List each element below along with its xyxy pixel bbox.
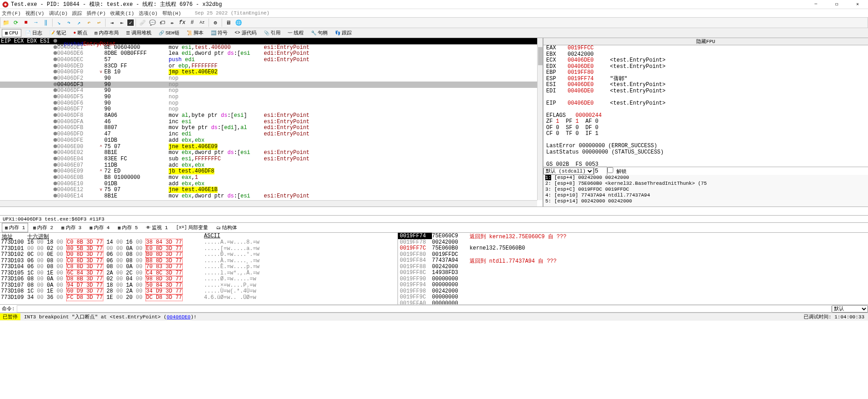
hash-icon[interactable]: # — [188, 18, 197, 27]
args-spin[interactable] — [594, 167, 607, 175]
registers-body[interactable]: EAX 0019FFCC EBX 00242000 ECX 00406DE0 <… — [543, 45, 868, 167]
comment-icon[interactable]: 💬 — [148, 18, 157, 27]
disasm-row[interactable]: 00406DF0vEB 10jmp test.406E02 — [0, 69, 543, 75]
dump-row[interactable]: 773D1081C 00 1E 00 60 D9 3D 77 28 00 2A … — [0, 288, 398, 294]
tab-cpu[interactable]: ▦CPU — [2, 29, 21, 37]
disasm-vscroll[interactable] — [537, 38, 543, 200]
disasm-row[interactable]: 00406DF290nop — [0, 75, 543, 82]
call-convention-select[interactable]: 默认 (stdcall) — [543, 168, 594, 175]
disasm-row[interactable]: 00406DEC57push ediedi:EntryPoint — [0, 57, 543, 63]
step-out-icon[interactable]: ↗ — [74, 18, 83, 27]
disasm-row[interactable]: 00406E00^75 07jne test.406E09 — [0, 144, 543, 150]
stack-row[interactable]: 0019FF800019FFDC — [398, 251, 466, 258]
tab-source[interactable]: <>源代码 — [232, 28, 260, 38]
stack-row[interactable]: 0019FF8800242000 — [398, 264, 466, 270]
cmd-input[interactable] — [17, 305, 832, 312]
tab-breakpoints[interactable]: ●断点 — [70, 28, 91, 38]
disasm-row[interactable]: 00406DF88A06mov al,byte ptr ds:[esi]esi:… — [0, 112, 543, 119]
disasm-row[interactable]: 00406E0483EE FCsub esi,FFFFFFFCesi:Entry… — [0, 156, 543, 162]
disasm-row[interactable]: 00406DFB8807mov byte ptr ds:[edi],aledi:… — [0, 125, 543, 131]
checkbox-icon[interactable]: ✓ — [127, 19, 134, 26]
stack-row[interactable]: 0019FF8477437A94 — [398, 257, 466, 264]
maximize-button[interactable]: ◻ — [826, 0, 847, 9]
tab-refs[interactable]: 📎引用 — [261, 28, 284, 38]
tab-trace[interactable]: 👣跟踪 — [332, 28, 355, 38]
dump-row[interactable]: 773D10306 00 08 00 C0 8D 3D 77 06 00 08 … — [0, 258, 398, 264]
disasm-row[interactable]: 00406E028B1Emov ebx,dword ptr ds:[esiesi… — [0, 149, 543, 156]
tab-seh[interactable]: 🔗SEH链 — [155, 28, 183, 38]
stack-row[interactable]: 0019FF9C00000000 — [398, 294, 466, 300]
disasm-row[interactable]: 00406DFE01DBadd ebx,ebx — [0, 137, 543, 144]
globe-icon[interactable]: 🌐 — [234, 18, 243, 27]
tab-callstack[interactable]: ☰调用堆栈 — [123, 28, 155, 38]
tab-struct[interactable]: 🗂结构体 — [213, 223, 240, 232]
disasm-row[interactable]: 00406DF690nop — [0, 100, 543, 106]
menu-favorites[interactable]: 收藏夹(I) — [110, 10, 134, 17]
disasm-row[interactable]: 00406DF590nop — [0, 94, 543, 100]
dump-row[interactable]: 773D10016 00 18 00 C0 8B 3D 77 14 00 16 … — [0, 239, 398, 245]
tab-memmap[interactable]: ▤内存布局 — [92, 28, 122, 38]
disasm-hscroll[interactable] — [0, 200, 537, 207]
step-ret-icon[interactable]: ↩ — [94, 18, 103, 27]
pause-icon[interactable]: ‖ — [41, 18, 50, 27]
disasm-row[interactable]: 00406DFD47inc ediedi:EntryPoint — [0, 131, 543, 137]
step-over-icon[interactable]: ↷ — [64, 18, 73, 27]
dump-hdr-ascii[interactable]: ASCII — [204, 233, 295, 239]
stack-row[interactable]: 0019FF7C75E060B0 — [398, 245, 466, 251]
patch-icon[interactable]: 🩹 — [138, 18, 147, 27]
disasm-row[interactable]: 00406DF790nop — [0, 106, 543, 113]
disasm-row[interactable]: 00406DE1BE 00604000mov esi,test.406000es… — [0, 44, 543, 51]
disasm-row[interactable]: 00406E0BB8 01000000mov eax,1 — [0, 174, 543, 181]
menu-file[interactable]: 文件(F) — [2, 10, 21, 17]
run-icon[interactable]: → — [31, 18, 40, 27]
stack-row[interactable]: 0019FF9800242000 — [398, 288, 466, 294]
menu-view[interactable]: 视图(V) — [25, 10, 44, 17]
tab-dump2[interactable]: ▦内存 2 — [30, 223, 56, 232]
restart-icon[interactable]: ⟳ — [11, 18, 20, 27]
status-addr-link[interactable]: 00406DE0 — [167, 314, 191, 320]
disasm-pane[interactable]: EIP ECX EDX ESI00406DE0 60pushadEntryPoi… — [0, 38, 543, 207]
disasm-row[interactable]: 00406DF490nop — [0, 88, 543, 94]
menu-plugins[interactable]: 插件(P) — [87, 10, 106, 17]
dump-hdr-addr[interactable]: 地址 — [0, 233, 27, 239]
tab-locals[interactable]: [x=]局部变量 — [173, 223, 211, 232]
stack-row[interactable]: 0019FF8C14938FD3 — [398, 269, 466, 276]
menu-trace[interactable]: 跟踪 — [72, 10, 82, 17]
disasm-row[interactable]: 00406E09^72 EDjb test.406DF8 — [0, 168, 543, 174]
stack-row[interactable]: 0019FF9400000000 — [398, 282, 466, 288]
tab-handles[interactable]: 🔧句柄 — [308, 28, 331, 38]
menu-debug[interactable]: 调试(D) — [49, 10, 68, 17]
tab-log[interactable]: 📄日志 — [22, 28, 45, 38]
tab-dump1[interactable]: ▦内存 1 — [2, 223, 28, 232]
disasm-row[interactable]: 00406DE68DBE 00B0FFFFlea edi,dword ptr d… — [0, 50, 543, 57]
stack-pane[interactable]: 0019FF7475E060C90019FF78002420000019FF7C… — [398, 233, 868, 304]
tab-symbols[interactable]: 🔤符号 — [208, 28, 231, 38]
disasm-row[interactable]: 00406E1001DBadd ebx,ebx — [0, 181, 543, 187]
tab-threads[interactable]: 〰线程 — [285, 28, 307, 38]
step-into-icon[interactable]: ↘ — [54, 18, 63, 27]
disasm-row[interactable]: 00406DF390nop — [0, 82, 543, 88]
unlock-check[interactable]: 解锁 — [607, 167, 626, 175]
disasm-row[interactable]: 00406E148B1Emov ebx,dword ptr ds:[esiesi… — [0, 193, 543, 199]
disasm-row[interactable]: 00406DED83CD FFor ebp,FFFFFFFF — [0, 63, 543, 69]
az-icon[interactable]: Az — [198, 18, 207, 27]
dump-row[interactable]: 773D10934 00 36 00 FC D8 3D 77 1E 00 20 … — [0, 294, 398, 301]
stack-row[interactable]: 0019FF7800242000 — [398, 239, 466, 245]
dump-row[interactable]: 773D1020C 00 0E 00 D0 8D 3D 77 06 00 08 … — [0, 251, 398, 258]
step-back-icon[interactable]: ↶ — [84, 18, 93, 27]
menu-options[interactable]: 选项(O) — [139, 10, 158, 17]
tab-notes[interactable]: 📝笔记 — [46, 28, 69, 38]
minimize-button[interactable]: ─ — [805, 0, 826, 9]
stop-icon[interactable]: ■ — [21, 18, 30, 27]
disasm-row[interactable]: 00406E0711DBadc ebx,ebx — [0, 162, 543, 168]
screen-icon[interactable]: 🖥 — [224, 18, 233, 27]
stack-row[interactable]: 0019FF9000000000 — [398, 276, 466, 282]
dump-row[interactable]: 773D10608 00 0A 00 D8 8B 3D 77 02 00 04 … — [0, 276, 398, 282]
fpu-toggle[interactable]: 隐藏FPU — [543, 38, 868, 45]
bookmark-icon[interactable]: ✏ — [168, 18, 177, 27]
dump-hdr-hex[interactable]: 十六进制 — [27, 233, 204, 239]
tab-script[interactable]: 📜脚本 — [184, 28, 207, 38]
cmd-combo[interactable]: 默认 — [832, 305, 868, 312]
disasm-row[interactable]: 00406DFA46inc esiesi:EntryPoint — [0, 119, 543, 125]
dump-pane[interactable]: 地址 十六进制 ASCII 773D10016 00 18 00 C0 8B 3… — [0, 233, 398, 304]
